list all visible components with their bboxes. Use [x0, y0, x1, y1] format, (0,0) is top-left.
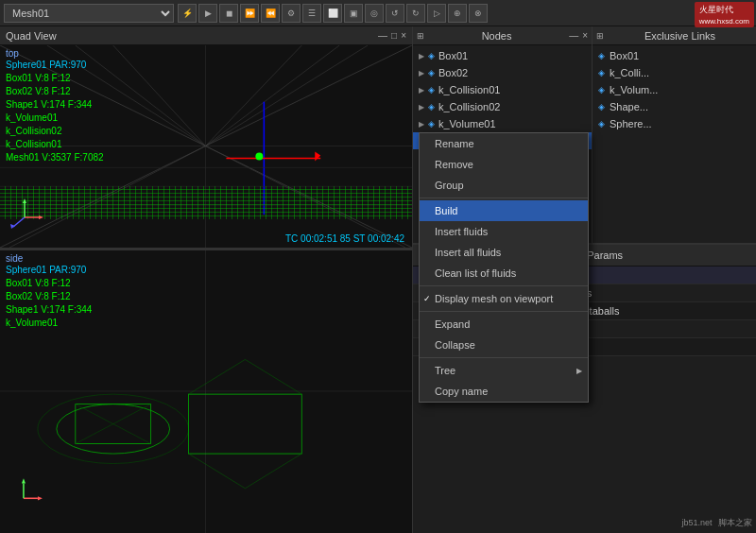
- ctx-clean-list[interactable]: Clean list of fluids: [420, 263, 588, 284]
- toolbar-btn-13[interactable]: ▷: [427, 4, 446, 23]
- svg-line-25: [13, 217, 25, 227]
- context-menu: Rename Remove Group Build Insert fluids …: [419, 132, 589, 403]
- vp-b-info-5: k_Volume01: [6, 317, 92, 330]
- ctx-divider-3: [420, 311, 588, 312]
- toolbar-btn-11[interactable]: ↺: [386, 4, 404, 23]
- main-layout: Quad View — □ ×: [0, 26, 756, 533]
- toolbar-btn-7[interactable]: ☰: [302, 4, 321, 23]
- params-val-build[interactable]: Yes: [567, 284, 756, 302]
- ctx-build[interactable]: Build: [420, 200, 588, 221]
- node-label-box02: Box02: [438, 67, 468, 78]
- node-arrow: ▶: [419, 69, 426, 77]
- toolbar-btn-1[interactable]: ⚡: [178, 4, 197, 23]
- viewport-bottom-info: Sphere01 PAR:970 Box01 V:8 F:12 Box02 V:…: [6, 264, 92, 330]
- ctx-copy-name[interactable]: Copy name: [420, 381, 588, 402]
- node-item-box01[interactable]: ▶ ◈ Box01: [413, 47, 592, 64]
- excl-icon: ◈: [598, 119, 605, 129]
- mesh-selector[interactable]: Mesh01: [4, 4, 174, 23]
- svg-point-30: [38, 394, 189, 463]
- jb51-watermark: jb51.net 脚本之家: [681, 517, 752, 529]
- quad-close-btn[interactable]: ×: [401, 30, 406, 41]
- viewport-bottom[interactable]: side Sphere01 PAR:970 Box01 V:8 F:12 Box…: [0, 250, 412, 533]
- excl-item-box01[interactable]: ◈ Box01: [593, 47, 756, 64]
- svg-marker-26: [10, 224, 15, 229]
- ctx-tree[interactable]: Tree: [420, 360, 588, 381]
- ctx-collapse[interactable]: Collapse: [420, 335, 588, 355]
- nodes-close-btn[interactable]: ×: [582, 30, 588, 41]
- brand-url: www.hxsd.com: [699, 17, 749, 26]
- node-icon: ◈: [428, 68, 435, 77]
- ctx-rename[interactable]: Rename: [420, 133, 588, 154]
- svg-marker-22: [39, 215, 43, 219]
- node-item-box02[interactable]: ▶ ◈ Box02: [413, 64, 592, 81]
- exclusive-list: ◈ Box01 ◈ k_Colli... ◈ k_Volum... ◈ Shap…: [593, 45, 756, 243]
- svg-point-29: [57, 404, 170, 454]
- node-icon: ◈: [428, 85, 435, 95]
- node-icon: ◈: [428, 119, 435, 129]
- node-item-k-volume01[interactable]: ▶ ◈ k_Volume01: [413, 115, 592, 132]
- toolbar-btn-15[interactable]: ⊗: [469, 4, 488, 23]
- vp-info-3: Box02 V:8 F:12: [6, 85, 104, 98]
- node-icon: ◈: [428, 102, 435, 112]
- node-arrow: ▶: [419, 86, 426, 95]
- svg-marker-40: [38, 496, 43, 500]
- ctx-display-mesh[interactable]: Display mesh on viewport: [420, 288, 588, 309]
- excl-item-shape[interactable]: ◈ Shape...: [593, 98, 756, 115]
- node-label-box01: Box01: [438, 50, 468, 61]
- excl-label-shape: Shape...: [610, 101, 648, 112]
- vp-b-info-4: Shape1 V:174 F:344: [6, 303, 92, 317]
- nodes-grid-icon: ⊞: [417, 31, 424, 41]
- brand-watermark: 火星时代 www.hxsd.com: [695, 2, 754, 27]
- params-val-polygon[interactable]: [567, 338, 756, 356]
- toolbar-btn-5[interactable]: ⏪: [261, 4, 280, 23]
- quad-minimize-btn[interactable]: —: [378, 30, 387, 41]
- brand-name: 火星时代: [699, 5, 733, 14]
- params-val-type[interactable]: Metaballs: [567, 302, 756, 320]
- vp-info-1: Sphere01 PAR:970: [6, 59, 104, 72]
- excl-item-k-coll[interactable]: ◈ k_Colli...: [593, 64, 756, 81]
- quad-view-header: Quad View — □ ×: [0, 26, 412, 45]
- toolbar-btn-10[interactable]: ◎: [365, 4, 384, 23]
- node-item-k-collision01[interactable]: ▶ ◈ k_Collision01: [413, 81, 592, 98]
- excl-item-sphere[interactable]: ◈ Sphere...: [593, 115, 756, 132]
- vp-info-5: k_Volume01: [6, 112, 104, 125]
- quad-view-controls: — □ ×: [378, 30, 406, 41]
- ctx-insert-all-fluids[interactable]: Insert all fluids: [420, 242, 588, 263]
- toolbar-btn-2[interactable]: ▶: [198, 4, 217, 23]
- excl-item-k-vol[interactable]: ◈ k_Volum...: [593, 81, 756, 98]
- ctx-insert-fluids[interactable]: Insert fluids: [420, 221, 588, 242]
- params-val-clone[interactable]: [567, 320, 756, 338]
- toolbar-btn-12[interactable]: ↻: [406, 4, 425, 23]
- vp-b-info-2: Box01 V:8 F:12: [6, 277, 92, 290]
- svg-line-38: [245, 454, 301, 489]
- svg-marker-17: [315, 151, 320, 161]
- exclusive-panel: ⊞ Exclusive Links ◈ Box01 ◈ k_Colli... ◈…: [593, 26, 756, 243]
- vp-info-4: Shape1 V:174 F:344: [6, 98, 104, 112]
- ctx-remove[interactable]: Remove: [420, 154, 588, 175]
- jb51-label2: 脚本之家: [718, 518, 752, 527]
- svg-line-11: [206, 45, 369, 146]
- toolbar-btn-14[interactable]: ⊕: [448, 4, 467, 23]
- toolbar-btn-8[interactable]: ⬜: [323, 4, 342, 23]
- node-item-k-collision02[interactable]: ▶ ◈ k_Collision02: [413, 98, 592, 115]
- ctx-expand[interactable]: Expand: [420, 314, 588, 335]
- quad-view-title: Quad View: [6, 30, 57, 42]
- ctx-group[interactable]: Group: [420, 175, 588, 196]
- toolbar-btn-4[interactable]: ⏩: [240, 4, 259, 23]
- toolbar-btn-9[interactable]: ▣: [344, 4, 363, 23]
- nodes-title: Nodes: [428, 30, 565, 42]
- quad-restore-btn[interactable]: □: [391, 30, 397, 41]
- node-arrow: ▶: [419, 120, 426, 129]
- excl-label-sphere: Sphere...: [610, 118, 652, 129]
- viewport-top[interactable]: top Sphere01 PAR:970 Box01 V:8 F:12 Box0…: [0, 45, 412, 249]
- vp-b-info-3: Box02 V:8 F:12: [6, 290, 92, 303]
- vp-info-6: k_Collision02: [6, 125, 104, 138]
- node-arrow: ▶: [419, 103, 426, 112]
- svg-line-37: [189, 454, 246, 489]
- svg-line-6: [113, 45, 206, 146]
- toolbar-btn-6[interactable]: ⚙: [282, 4, 301, 23]
- excl-label-k-vol: k_Volum...: [610, 84, 658, 95]
- nodes-minimize-btn[interactable]: —: [569, 30, 578, 41]
- toolbar-btn-3[interactable]: ◼: [219, 4, 238, 23]
- node-arrow: ▶: [419, 52, 426, 60]
